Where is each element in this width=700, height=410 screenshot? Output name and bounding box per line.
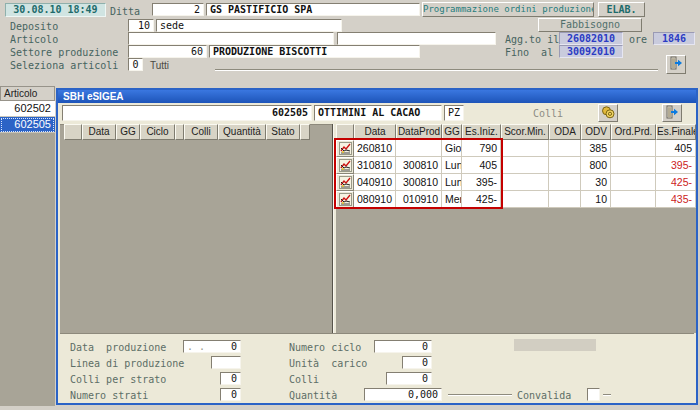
cell-oda bbox=[549, 174, 581, 191]
cell-data: 080910 bbox=[354, 191, 396, 208]
right-col-scor-min[interactable]: Scor.Min. bbox=[501, 124, 549, 140]
left-grid-body bbox=[60, 124, 332, 333]
sidebar-filler bbox=[0, 133, 55, 406]
top-panel: 30.08.10 18:49 Ditta 2 GS PASTIFICIO SPA… bbox=[0, 0, 700, 84]
left-col-spacer-2 bbox=[300, 124, 310, 140]
cell-oda bbox=[549, 191, 581, 208]
left-col-data[interactable]: Data bbox=[82, 124, 116, 140]
numero-ciclo-label: Numero ciclo bbox=[289, 342, 361, 353]
right-col-es-finale[interactable]: Es.Finale bbox=[656, 124, 696, 140]
fabbisogno-button[interactable]: Fabbisogno bbox=[538, 18, 642, 32]
convalida-line bbox=[448, 394, 512, 396]
chart-icon[interactable] bbox=[336, 191, 354, 208]
right-col-icon-spacer bbox=[336, 124, 354, 140]
programmazione-button[interactable]: Programmazione ordini produzione bbox=[422, 2, 594, 17]
grid-row-2[interactable]: 310810 300810 Lun 405 800 395- bbox=[336, 157, 696, 174]
deposito-label: Deposito bbox=[10, 21, 58, 32]
left-col-stato[interactable]: Stato bbox=[266, 124, 300, 140]
grid-splitter[interactable] bbox=[332, 124, 334, 333]
exit-button-top[interactable] bbox=[666, 55, 686, 74]
convalida-checkbox[interactable] bbox=[587, 388, 600, 401]
right-col-ord-prd[interactable]: Ord.Prd. bbox=[611, 124, 656, 140]
article-name-field[interactable]: OTTIMINI AL CACAO bbox=[314, 105, 442, 121]
grid-row-3[interactable]: 040910 300810 Lun 395- 30 425- bbox=[336, 174, 696, 191]
cell-es-finale: 405 bbox=[656, 140, 696, 157]
chart-icon[interactable] bbox=[336, 140, 354, 157]
colli-coins-button[interactable] bbox=[598, 104, 618, 122]
colli-per-strato-field[interactable]: 0 bbox=[220, 372, 241, 385]
cell-odv: 800 bbox=[581, 157, 611, 174]
cell-es-iniz: 405 bbox=[462, 157, 501, 174]
cell-es-iniz: 425- bbox=[462, 191, 501, 208]
seleziona-hint: Tutti bbox=[150, 60, 169, 71]
chart-icon[interactable] bbox=[336, 174, 354, 191]
exit-button-window[interactable] bbox=[662, 104, 682, 122]
right-col-gg[interactable]: GG bbox=[442, 124, 462, 140]
new-row-button[interactable] bbox=[64, 124, 82, 140]
right-col-oda[interactable]: ODA bbox=[549, 124, 581, 140]
article-code-field[interactable]: 602505 bbox=[62, 105, 312, 121]
unit-field[interactable]: PZ bbox=[444, 105, 464, 121]
right-grid-rows: 260810 Gio 790 385 405 310810 300810 Lun… bbox=[336, 140, 696, 208]
cell-gg: Mer bbox=[442, 191, 462, 208]
cell-gg: Gio bbox=[442, 140, 462, 157]
ditta-code-field[interactable]: 2 bbox=[152, 3, 204, 16]
settore-label: Settore produzione bbox=[10, 47, 118, 58]
aggto-label: Agg.to il bbox=[505, 34, 559, 45]
elab-button[interactable]: ELAB. bbox=[598, 2, 645, 17]
deposito-code-field[interactable]: 10 bbox=[128, 19, 154, 32]
quantita-field[interactable]: 0,000 bbox=[364, 388, 442, 401]
linea-produzione-field[interactable] bbox=[211, 356, 241, 369]
left-col-quantita[interactable]: Quantità bbox=[218, 124, 266, 140]
right-col-data[interactable]: Data bbox=[354, 124, 396, 140]
unita-carico-field[interactable]: 0 bbox=[402, 356, 432, 369]
cell-data: 310810 bbox=[354, 157, 396, 174]
cell-odv: 10 bbox=[581, 191, 611, 208]
app-screen: 30.08.10 18:49 Ditta 2 GS PASTIFICIO SPA… bbox=[0, 0, 700, 410]
settore-name-field[interactable]: PRODUZIONE BISCOTTI bbox=[209, 45, 420, 58]
right-col-es-iniz[interactable]: Es.Iniz. bbox=[462, 124, 501, 140]
colli-label: Colli bbox=[508, 108, 588, 119]
cell-scor-min bbox=[501, 157, 549, 174]
numero-strati-field[interactable]: 0 bbox=[220, 388, 241, 401]
detail-form: Data produzione . .0 Numero ciclo 0 Line… bbox=[60, 333, 694, 403]
data-produzione-field[interactable]: . .0 bbox=[183, 340, 241, 353]
sidebar-header-articolo[interactable]: Articolo bbox=[0, 86, 55, 101]
window-titlebar[interactable]: SBH eSIGEA bbox=[58, 90, 696, 103]
seleziona-label: Seleziona articoli bbox=[10, 60, 118, 71]
ditta-name-field[interactable]: GS PASTIFICIO SPA bbox=[206, 3, 420, 16]
sidebar-item-602502[interactable]: 602502 bbox=[0, 101, 55, 117]
cell-oda bbox=[549, 140, 581, 157]
colli-form-field[interactable]: 0 bbox=[386, 372, 432, 385]
right-col-dataprod[interactable]: DataProd bbox=[396, 124, 442, 140]
numero-ciclo-field[interactable]: 0 bbox=[374, 340, 432, 353]
fino-al-label: Fino al bbox=[505, 47, 553, 58]
chart-icon[interactable] bbox=[336, 157, 354, 174]
grid-row-4[interactable]: 080910 010910 Mer 425- 10 435- bbox=[336, 191, 696, 208]
quantita-label: Quantità bbox=[289, 390, 337, 401]
articolo-label: Articolo bbox=[10, 34, 58, 45]
deposito-name-field[interactable]: sede bbox=[156, 19, 342, 32]
settore-code-field[interactable]: 60 bbox=[128, 45, 207, 58]
exit-door-icon bbox=[665, 104, 679, 123]
convalida-line-2 bbox=[603, 394, 611, 396]
cell-es-finale: 435- bbox=[656, 191, 696, 208]
right-col-odv[interactable]: ODV bbox=[581, 124, 611, 140]
numero-strati-label: Numero strati bbox=[70, 390, 148, 401]
unita-carico-label: Unità carico bbox=[289, 358, 367, 369]
cell-dataprod: 300810 bbox=[396, 174, 442, 191]
articolo-field-2[interactable] bbox=[337, 32, 496, 45]
right-grid-header: Data DataProd GG Es.Iniz. Scor.Min. ODA … bbox=[336, 124, 696, 140]
grid-row-1[interactable]: 260810 Gio 790 385 405 bbox=[336, 140, 696, 157]
cell-data: 040910 bbox=[354, 174, 396, 191]
seleziona-field[interactable]: 0 bbox=[128, 58, 143, 71]
articolo-field-1[interactable] bbox=[128, 32, 334, 45]
left-col-gg[interactable]: GG bbox=[116, 124, 140, 140]
fino-al-date-field: 30092010 bbox=[559, 45, 623, 58]
sidebar-item-602505-selected[interactable]: 602505 bbox=[0, 117, 55, 133]
sbh-esigea-window: SBH eSIGEA 602505 OTTIMINI AL CACAO PZ C… bbox=[56, 88, 698, 405]
cell-scor-min bbox=[501, 191, 549, 208]
left-col-colli[interactable]: Colli bbox=[184, 124, 218, 140]
left-col-ciclo[interactable]: Ciclo bbox=[140, 124, 175, 140]
colli-per-strato-label: Colli per strato bbox=[70, 374, 166, 385]
